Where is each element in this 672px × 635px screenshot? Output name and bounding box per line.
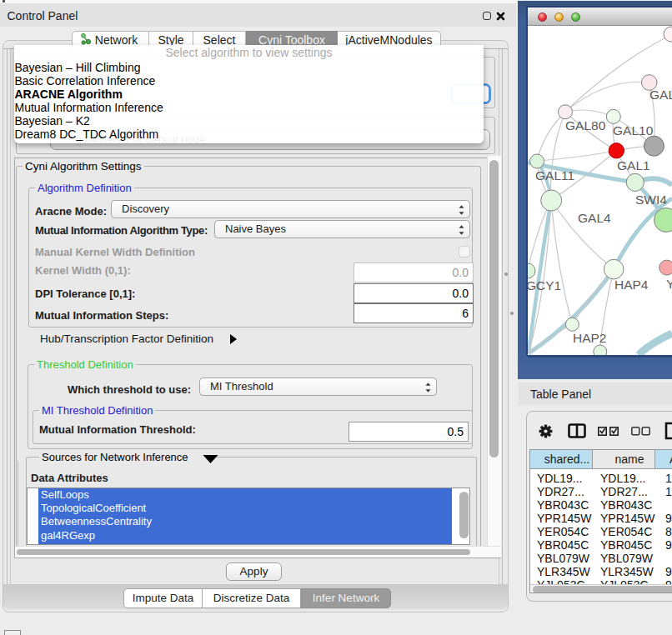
svg-text:HAP4: HAP4 (614, 278, 649, 292)
svg-text:GAL4: GAL4 (578, 211, 611, 225)
svg-text:GAL10: GAL10 (613, 123, 654, 138)
svg-text:GAL1: GAL1 (617, 158, 650, 172)
svg-text:GAL80: GAL80 (565, 118, 606, 132)
svg-text:GAL7: GAL7 (649, 88, 672, 102)
svg-text:Y: Y (666, 277, 672, 291)
svg-text:HAP2: HAP2 (573, 331, 607, 345)
svg-text:SWI4: SWI4 (635, 192, 667, 207)
svg-text:GAL11: GAL11 (535, 168, 574, 182)
svg-text:GCY1: GCY1 (528, 278, 561, 292)
